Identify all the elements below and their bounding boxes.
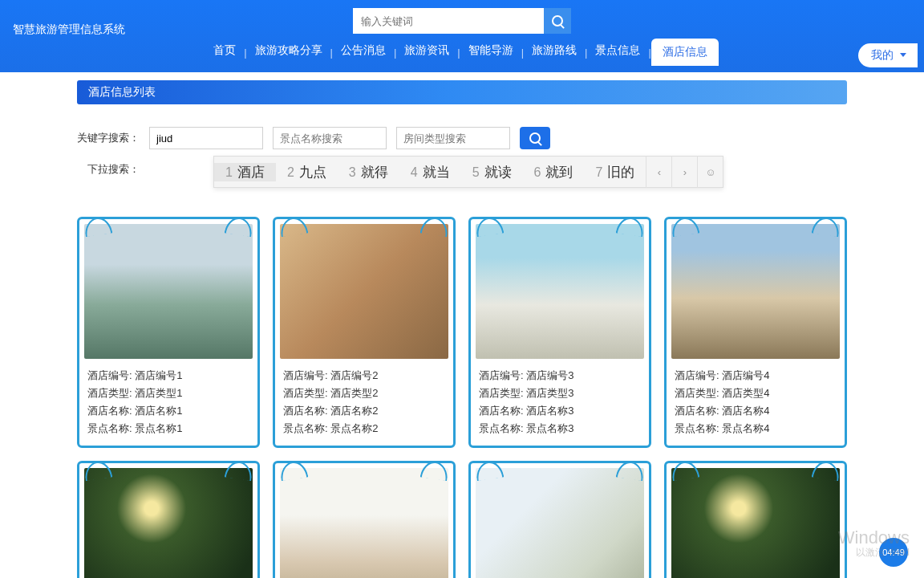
hotel-image bbox=[280, 224, 448, 359]
hotel-image bbox=[476, 468, 644, 578]
nav-item-3[interactable]: 旅游资讯 bbox=[396, 39, 457, 66]
hotel-image bbox=[476, 224, 644, 359]
ime-candidate[interactable]: 2九点 bbox=[276, 163, 338, 181]
ime-candidate[interactable]: 6就到 bbox=[523, 163, 585, 181]
global-search-button[interactable] bbox=[544, 8, 571, 34]
search-icon bbox=[552, 15, 563, 26]
hotel-image bbox=[84, 468, 253, 578]
app-header: 智慧旅游管理信息系统 首页|旅游攻略分享|公告消息|旅游资讯|智能导游|旅游路线… bbox=[0, 0, 924, 72]
hotel-card[interactable]: 酒店编号: 酒店编号1酒店类型: 酒店类型1酒店名称: 酒店名称1景点名称: 景… bbox=[77, 217, 260, 448]
nav-item-2[interactable]: 公告消息 bbox=[333, 39, 394, 66]
hotel-info: 酒店编号: 酒店编号1酒店类型: 酒店类型1酒店名称: 酒店名称1景点名称: 景… bbox=[84, 359, 253, 441]
ime-candidate[interactable]: 5就读 bbox=[461, 163, 523, 181]
room-type-input[interactable] bbox=[396, 127, 510, 149]
hotel-card[interactable]: 酒店编号: 酒店编号3酒店类型: 酒店类型3酒店名称: 酒店名称3景点名称: 景… bbox=[468, 217, 651, 448]
nav-item-1[interactable]: 旅游攻略分享 bbox=[247, 39, 330, 66]
hotel-card[interactable] bbox=[273, 461, 456, 578]
spot-name-input[interactable] bbox=[273, 127, 387, 149]
hotel-image bbox=[280, 468, 448, 578]
ime-nav-arrow[interactable]: › bbox=[671, 156, 697, 188]
search-icon bbox=[529, 132, 541, 144]
dropdown-label: 下拉搜索： bbox=[77, 162, 140, 177]
ime-candidate[interactable]: 1酒店 bbox=[214, 163, 276, 181]
ime-candidate[interactable]: 3就得 bbox=[338, 163, 399, 181]
main-content: 酒店信息列表 关键字搜索： 1酒店2九点3就得4就当5就读6就到7旧的‹›☺ 下… bbox=[69, 80, 855, 578]
ime-emoji-icon[interactable]: ☺ bbox=[697, 156, 723, 188]
nav-item-5[interactable]: 旅游路线 bbox=[524, 39, 585, 66]
main-nav: 首页|旅游攻略分享|公告消息|旅游资讯|智能导游|旅游路线|景点信息|酒店信息 … bbox=[0, 39, 924, 72]
hotel-card[interactable] bbox=[468, 461, 651, 578]
hotel-card[interactable]: 酒店编号: 酒店编号2酒店类型: 酒店类型2酒店名称: 酒店名称2景点名称: 景… bbox=[273, 217, 456, 448]
nav-item-0[interactable]: 首页 bbox=[205, 39, 244, 66]
video-time-badge: 04:49 bbox=[877, 536, 910, 568]
ime-candidates[interactable]: 1酒店2九点3就得4就当5就读6就到7旧的‹›☺ bbox=[213, 156, 723, 188]
hotel-info: 酒店编号: 酒店编号2酒店类型: 酒店类型2酒店名称: 酒店名称2景点名称: 景… bbox=[280, 359, 448, 441]
hotel-image bbox=[671, 468, 840, 578]
keyword-input[interactable] bbox=[149, 127, 263, 149]
keyword-label: 关键字搜索： bbox=[77, 131, 140, 145]
nav-item-7[interactable]: 酒店信息 bbox=[651, 39, 719, 66]
hotel-image bbox=[671, 224, 840, 359]
hotel-info: 酒店编号: 酒店编号4酒店类型: 酒店类型4酒店名称: 酒店名称4景点名称: 景… bbox=[671, 359, 840, 441]
ime-candidate[interactable]: 4就当 bbox=[399, 163, 461, 181]
hotel-info: 酒店编号: 酒店编号3酒店类型: 酒店类型3酒店名称: 酒店名称3景点名称: 景… bbox=[476, 359, 644, 441]
hotel-image bbox=[84, 224, 253, 359]
global-search-input[interactable] bbox=[353, 8, 544, 34]
filter-search-button[interactable] bbox=[520, 127, 550, 149]
nav-item-6[interactable]: 景点信息 bbox=[587, 39, 648, 66]
hotel-card[interactable] bbox=[77, 461, 260, 578]
ime-candidate[interactable]: 7旧的 bbox=[584, 163, 646, 181]
global-search bbox=[353, 8, 571, 34]
section-title: 酒店信息列表 bbox=[77, 80, 847, 104]
nav-item-4[interactable]: 智能导游 bbox=[460, 39, 521, 66]
my-account-button[interactable]: 我的 bbox=[858, 43, 918, 67]
ime-nav-arrow[interactable]: ‹ bbox=[646, 156, 671, 188]
hotel-grid: 酒店编号: 酒店编号1酒店类型: 酒店类型1酒店名称: 酒店名称1景点名称: 景… bbox=[77, 217, 847, 578]
hotel-card[interactable] bbox=[664, 461, 847, 578]
hotel-card[interactable]: 酒店编号: 酒店编号4酒店类型: 酒店类型4酒店名称: 酒店名称4景点名称: 景… bbox=[664, 217, 847, 448]
filters: 关键字搜索： 1酒店2九点3就得4就当5就读6就到7旧的‹›☺ 下拉搜索： bbox=[77, 127, 847, 177]
